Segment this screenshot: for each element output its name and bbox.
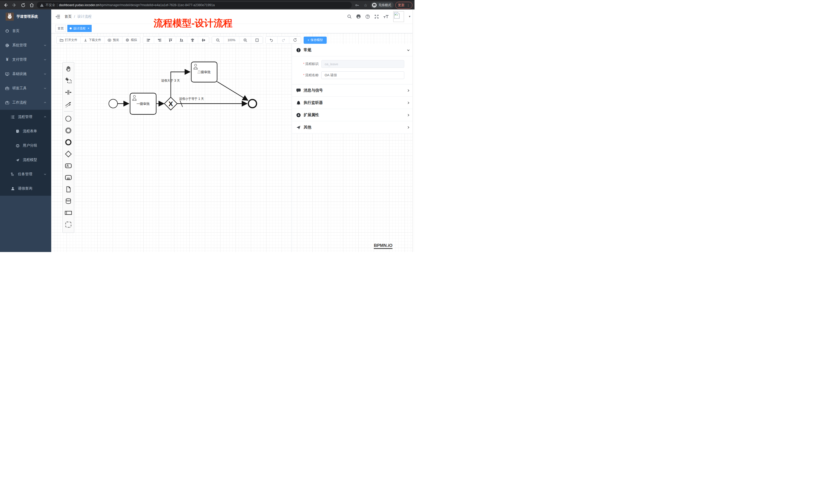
section-other[interactable]: 其他 bbox=[292, 121, 414, 133]
exclusive-gateway[interactable]: X bbox=[165, 97, 177, 110]
chevron-down-icon bbox=[43, 72, 46, 75]
group-shape[interactable] bbox=[63, 219, 74, 231]
flow-gateway-to-task2[interactable] bbox=[171, 72, 190, 98]
help-icon[interactable] bbox=[365, 14, 370, 19]
close-tag-icon[interactable]: × bbox=[87, 27, 89, 30]
start-event[interactable] bbox=[109, 99, 117, 108]
align-center-horizontal-button[interactable] bbox=[187, 37, 198, 43]
participant-pool-shape[interactable] bbox=[63, 207, 74, 219]
github-icon[interactable] bbox=[356, 14, 361, 19]
align-left-button[interactable] bbox=[143, 37, 154, 43]
app-logo-row[interactable]: 芋道管理系统 bbox=[0, 9, 51, 24]
align-bottom-button[interactable] bbox=[176, 37, 187, 43]
align-top-button[interactable] bbox=[165, 37, 176, 43]
zoom-level[interactable]: 100% bbox=[224, 37, 240, 43]
yen-icon: ¥ bbox=[5, 57, 9, 62]
align-right-button[interactable] bbox=[154, 37, 165, 43]
process-key-input[interactable] bbox=[321, 60, 404, 68]
end-event-shape[interactable] bbox=[63, 137, 74, 148]
breadcrumb-current: 设计流程 bbox=[77, 14, 92, 19]
download-file-button[interactable]: 下载文件 bbox=[81, 37, 104, 43]
restart-button[interactable] bbox=[289, 37, 301, 43]
home-icon[interactable] bbox=[28, 2, 35, 9]
zoom-in-button[interactable] bbox=[240, 37, 251, 43]
intermediate-event-shape[interactable] bbox=[63, 125, 74, 137]
bpmn-designer-canvas[interactable]: 打开文件 下载文件 预览 模拟 bbox=[51, 33, 414, 252]
zoom-out-button[interactable] bbox=[212, 37, 224, 43]
search-icon[interactable] bbox=[347, 14, 352, 19]
url-host[interactable]: dashboard.yudao.iocoder.cn bbox=[59, 3, 99, 7]
sidebar-item-payment[interactable]: ¥ 支付管理 bbox=[0, 52, 51, 67]
sidebar-item-home[interactable]: 首页 bbox=[0, 24, 51, 38]
undo-button[interactable] bbox=[266, 37, 278, 43]
hand-tool[interactable] bbox=[63, 63, 74, 75]
back-icon[interactable] bbox=[2, 2, 9, 9]
task-first-approval[interactable]: 一级审批 bbox=[130, 93, 156, 114]
tag-design-process[interactable]: 设计流程 × bbox=[67, 25, 92, 32]
url-path[interactable]: /bpm/manager/model/design?modelId=e4a1a1… bbox=[99, 3, 215, 7]
subprocess-shape[interactable] bbox=[63, 172, 74, 184]
avatar[interactable] bbox=[393, 11, 404, 22]
sidebar-item-process-form[interactable]: 流程表单 bbox=[0, 124, 51, 139]
breadcrumb-home[interactable]: 首页 bbox=[65, 14, 72, 19]
global-connect-tool[interactable] bbox=[63, 98, 74, 110]
avatar-caret-icon[interactable]: ▼ bbox=[408, 15, 411, 18]
sidebar-item-infrastructure[interactable]: 基础设施 bbox=[0, 67, 51, 81]
redo-button[interactable] bbox=[278, 37, 289, 43]
bookmark-star-icon[interactable]: ☆ bbox=[362, 2, 369, 9]
zoom-reset-button[interactable] bbox=[251, 37, 263, 43]
user-task-shape[interactable] bbox=[63, 160, 74, 172]
sidebar-toggle-icon[interactable] bbox=[51, 9, 65, 24]
flow-label-gt3[interactable]: 请假大于 3 天 bbox=[161, 79, 180, 82]
bpmn-io-watermark[interactable]: BPMN.iO bbox=[374, 243, 393, 249]
annotation-title: 流程模型-设计流程 bbox=[154, 17, 232, 30]
preview-button[interactable]: 预览 bbox=[104, 37, 122, 43]
sidebar-item-leave-query[interactable]: 请假查询 bbox=[0, 181, 51, 196]
end-event[interactable] bbox=[248, 100, 256, 108]
forward-icon[interactable] bbox=[11, 2, 18, 9]
flow-label-le1[interactable]: 请假小于等于 1 天 bbox=[179, 97, 204, 101]
lasso-tool[interactable] bbox=[63, 75, 74, 86]
process-key-row: *流程标识 bbox=[294, 60, 404, 68]
data-object-shape[interactable] bbox=[63, 184, 74, 195]
incognito-icon bbox=[372, 3, 377, 8]
sidebar-item-workflow[interactable]: 工作流程 bbox=[0, 95, 51, 110]
process-name-input[interactable] bbox=[321, 71, 404, 79]
sidebar: 芋道管理系统 首页 系统管理 ¥ 支付管理 基础设施 研发工具 工作 bbox=[0, 9, 51, 252]
svg-text:一级审批: 一级审批 bbox=[137, 102, 150, 106]
address-bar[interactable]: 不安全 dashboard.yudao.iocoder.cn/bpm/manag… bbox=[37, 2, 352, 8]
properties-panel: 常规 *流程标识 *流程名称 消息与信号 bbox=[292, 44, 414, 252]
data-store-shape[interactable] bbox=[63, 195, 74, 207]
gateway-shape[interactable] bbox=[63, 148, 74, 160]
browser-menu-icon[interactable]: ⋮ bbox=[406, 3, 410, 7]
font-size-icon[interactable] bbox=[383, 14, 389, 19]
section-general[interactable]: 常规 bbox=[292, 44, 414, 56]
sidebar-item-process-management[interactable]: 流程管理 bbox=[0, 110, 51, 124]
flow-task2-to-end[interactable] bbox=[217, 82, 248, 101]
browser-update-button[interactable]: 更新 ⋮ bbox=[395, 2, 412, 9]
align-center-vertical-button[interactable] bbox=[198, 37, 209, 43]
tag-home[interactable]: 首页 bbox=[55, 25, 66, 32]
sidebar-item-devtools[interactable]: 研发工具 bbox=[0, 81, 51, 95]
fullscreen-icon[interactable] bbox=[374, 14, 379, 19]
task-second-approval[interactable]: 二级审批 bbox=[191, 62, 217, 82]
sidebar-item-system[interactable]: 系统管理 bbox=[0, 38, 51, 52]
section-message-signal[interactable]: 消息与信号 bbox=[292, 84, 414, 97]
sidebar-item-task-management[interactable]: 任务管理 bbox=[0, 167, 51, 181]
sidebar-item-user-groups[interactable]: 用户分组 bbox=[0, 139, 51, 153]
open-file-button[interactable]: 打开文件 bbox=[57, 37, 81, 43]
section-extended-attributes[interactable]: 扩展属性 bbox=[292, 109, 414, 121]
space-tool[interactable] bbox=[63, 86, 74, 98]
process-key-label: *流程标识 bbox=[294, 62, 321, 66]
security-label[interactable]: 不安全 bbox=[45, 3, 55, 7]
sidebar-item-process-model[interactable]: 流程模型 bbox=[0, 153, 51, 167]
save-model-button[interactable]: + 保存模型 bbox=[304, 37, 327, 44]
page-scrollbar[interactable] bbox=[412, 9, 414, 252]
reload-icon[interactable] bbox=[20, 2, 27, 9]
start-event-shape[interactable] bbox=[63, 113, 74, 125]
simulate-button[interactable]: 模拟 bbox=[122, 37, 140, 43]
section-execution-listener[interactable]: 执行监听器 bbox=[292, 97, 414, 109]
password-key-icon[interactable] bbox=[353, 2, 360, 9]
plus-icon: + bbox=[308, 38, 309, 42]
app-title: 芋道管理系统 bbox=[16, 14, 38, 19]
